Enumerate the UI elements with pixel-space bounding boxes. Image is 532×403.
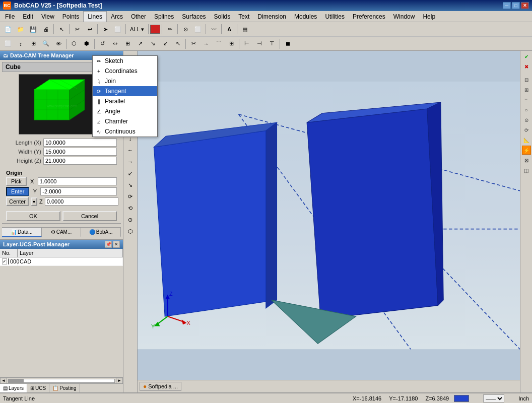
canvas-3d[interactable]: Z X Y (138, 51, 520, 380)
toolbar-delete[interactable]: ✂ (71, 24, 83, 35)
status-color-box[interactable] (454, 395, 469, 402)
hscroll-thumb[interactable] (9, 379, 24, 382)
vert-btn-14[interactable]: ⟲ (125, 203, 136, 214)
enter-button[interactable]: Enter (6, 187, 29, 196)
origin-y-value[interactable] (40, 187, 117, 195)
menu-window[interactable]: Window (389, 11, 419, 22)
menu-other[interactable]: Other (127, 11, 150, 22)
toolbar-view-btn2[interactable]: ↕ (15, 38, 27, 49)
right-btn-7[interactable]: ⊙ (522, 115, 531, 124)
cancel-button[interactable]: Cancel (62, 211, 117, 221)
origin-x-value[interactable] (38, 177, 117, 185)
toolbar-3d-btn2[interactable]: ⬢ (81, 38, 93, 49)
menu-item-sketch[interactable]: ✏ Sketch (93, 56, 157, 66)
toolbar-dim2[interactable]: ⊣ (253, 38, 265, 49)
vert-btn-9[interactable]: ← (125, 145, 136, 156)
toolbar-view-btn4[interactable]: 🔍 (40, 38, 52, 49)
menu-item-continuous[interactable]: ∿ Continuous (93, 126, 157, 137)
right-btn-6[interactable]: ○ (522, 105, 531, 114)
toolbar-cursor[interactable]: ↖ (55, 24, 68, 35)
menu-splines[interactable]: Splines (150, 11, 178, 22)
toolbar-offset[interactable]: ⊞ (225, 38, 237, 49)
menu-utilities[interactable]: Utilities (321, 11, 349, 22)
ok-button[interactable]: OK (6, 211, 60, 221)
origin-z-value[interactable] (45, 197, 118, 206)
vert-btn-15[interactable]: ⊙ (125, 214, 136, 225)
tab-data[interactable]: 📊 Data... (2, 228, 42, 237)
menu-surfaces[interactable]: Surfaces (178, 11, 210, 22)
prop-length-value[interactable] (43, 139, 117, 147)
toolbar-color[interactable] (150, 25, 160, 34)
close-button[interactable]: ✕ (521, 2, 529, 9)
center-dropdown[interactable]: ▾ (31, 197, 37, 206)
toolbar-extend[interactable]: → (200, 38, 212, 49)
tab-bob[interactable]: 🔵 BobA... (81, 228, 121, 237)
canvas-area[interactable]: Z X Y ● Softpedia ... (138, 51, 520, 392)
pick-button[interactable]: Pick (6, 177, 27, 186)
reject-button[interactable]: ✖ (522, 62, 531, 71)
menu-item-parallel[interactable]: ∥ Parallel (93, 96, 157, 106)
toolbar-circle[interactable]: ⊙ (179, 24, 191, 35)
toolbar-arr1[interactable]: ↗ (134, 38, 146, 49)
menu-item-angle[interactable]: ∠ Angle (93, 106, 157, 116)
tab-cam[interactable]: ⚙ CAM... (42, 228, 82, 237)
toolbar-3d-btn1[interactable]: ⬡ (68, 38, 80, 49)
layer-pin-btn[interactable]: 📌 (105, 241, 112, 248)
layer-close-btn[interactable]: ✕ (113, 241, 120, 248)
restore-button[interactable]: □ (512, 2, 520, 9)
layer-tab-layers[interactable]: ▤ Layers (0, 384, 27, 392)
right-btn-3[interactable]: ⊟ (522, 75, 531, 84)
menu-item-coordinates[interactable]: + Coordinates (93, 66, 157, 76)
menu-dimension[interactable]: Dimension (253, 11, 290, 22)
toolbar-hatch[interactable]: ▤ (239, 24, 251, 35)
menu-help[interactable]: Help (419, 11, 439, 22)
menu-item-chamfer[interactable]: ⊿ Chamfer (93, 116, 157, 126)
prop-width-value[interactable] (43, 148, 117, 156)
toolbar-scale[interactable]: ⊞ (121, 38, 134, 49)
toolbar-save[interactable]: 💾 (27, 24, 39, 35)
minimize-button[interactable]: ─ (503, 2, 511, 9)
menu-lines[interactable]: Lines (83, 11, 107, 22)
toolbar-new[interactable]: 📄 (2, 24, 14, 35)
toolbar-select-box[interactable]: ⬜ (112, 24, 124, 35)
toolbar-mirror[interactable]: ⇔ (109, 38, 121, 49)
layer-check-0[interactable]: ✓ (2, 258, 7, 264)
toolbar-curve[interactable]: 〰 (208, 24, 220, 35)
toolbar-dim1[interactable]: ⊢ (241, 38, 253, 49)
menu-text[interactable]: Text (234, 11, 253, 22)
vert-btn-16[interactable]: ⬡ (125, 226, 136, 237)
toolbar-undo[interactable]: ↩ (84, 24, 96, 35)
toolbar-view-btn5[interactable]: 👁 (52, 38, 64, 49)
right-btn-9[interactable]: 📐 (522, 136, 531, 145)
right-btn-4[interactable]: ⊞ (522, 85, 531, 94)
vert-btn-11[interactable]: ↙ (125, 168, 136, 179)
right-btn-5[interactable]: ≡ (522, 95, 531, 104)
menu-view[interactable]: View (37, 11, 58, 22)
status-line-dropdown[interactable]: —— - - - (483, 394, 504, 402)
toolbar-arr2[interactable]: ↘ (147, 38, 159, 49)
toolbar-open[interactable]: 📁 (15, 24, 27, 35)
right-btn-orange[interactable]: ⚡ (522, 146, 531, 155)
menu-preferences[interactable]: Preferences (349, 11, 389, 22)
menu-arcs[interactable]: Arcs (107, 11, 127, 22)
toolbar-fillet[interactable]: ⌒ (213, 38, 225, 49)
layer-tab-posting[interactable]: 📋 Posting (49, 384, 80, 392)
toolbar-pen[interactable]: ✏ (164, 24, 176, 35)
toolbar-render[interactable]: ◼ (282, 38, 294, 49)
menu-edit[interactable]: Edit (19, 11, 37, 22)
prop-height-value[interactable] (43, 157, 117, 165)
hscroll-track[interactable] (8, 379, 115, 383)
toolbar-rotate[interactable]: ↺ (96, 38, 108, 49)
toolbar-view-btn1[interactable]: ⬜ (2, 38, 14, 49)
center-button[interactable]: Center (6, 197, 29, 206)
right-btn-8[interactable]: ⟳ (522, 125, 531, 135)
toolbar-all-dropdown[interactable]: ALL ▾ (127, 24, 147, 35)
softpedia-tab[interactable]: ● Softpedia ... (140, 382, 181, 391)
hscroll-left[interactable]: ◄ (0, 378, 7, 384)
toolbar-arr3[interactable]: ↙ (159, 38, 171, 49)
vert-btn-10[interactable]: → (125, 156, 136, 167)
right-btn-12[interactable]: ◫ (522, 166, 531, 175)
menu-modules[interactable]: Modules (290, 11, 321, 22)
vert-btn-12[interactable]: ↘ (125, 179, 136, 190)
confirm-button[interactable]: ✔ (522, 52, 531, 61)
